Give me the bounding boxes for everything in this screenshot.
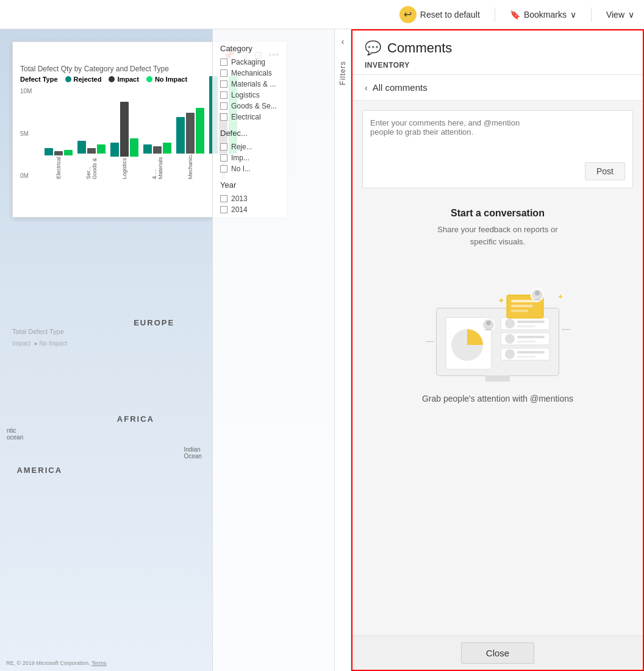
filter-mechanicals[interactable]: Mechanicals bbox=[220, 69, 327, 77]
post-button[interactable]: Post bbox=[585, 162, 625, 180]
bar-goods-rejected bbox=[77, 141, 86, 154]
filter-logistics[interactable]: Logistics bbox=[220, 91, 327, 99]
svg-rect-21 bbox=[511, 310, 528, 312]
svg-text:✦: ✦ bbox=[557, 293, 564, 301]
comments-title-row: 💬 Comments bbox=[365, 40, 631, 56]
comment-input[interactable] bbox=[370, 118, 625, 155]
view-label: View bbox=[606, 10, 624, 20]
collapse-button[interactable]: ‹ bbox=[342, 37, 345, 46]
svg-point-7 bbox=[505, 319, 515, 328]
comment-input-footer: Post bbox=[370, 162, 625, 180]
filter-goods[interactable]: Goods & Se... bbox=[220, 102, 327, 110]
svg-rect-20 bbox=[511, 305, 533, 307]
x-label-materials: Materials & ... bbox=[151, 155, 163, 179]
toolbar: ↩ Reset to default 🔖 Bookmarks ∨ View ∨ bbox=[0, 0, 644, 29]
svg-point-23 bbox=[535, 291, 540, 296]
svg-rect-17 bbox=[517, 356, 535, 358]
filter-2014[interactable]: 2014 bbox=[220, 205, 327, 214]
view-button[interactable]: View ∨ bbox=[606, 10, 634, 20]
bar-groups: Electrical Goods & Ser... bbox=[45, 88, 237, 179]
x-label-electrical: Electrical bbox=[55, 157, 62, 179]
checkbox-2014[interactable] bbox=[220, 206, 227, 213]
y-axis: 10M 5M 0M bbox=[20, 88, 32, 179]
reset-to-default-button[interactable]: ↩ Reset to default bbox=[399, 6, 480, 23]
filter-impact[interactable]: Imp... bbox=[220, 154, 327, 162]
svg-rect-16 bbox=[517, 351, 545, 353]
conversation-section: Start a conversation Share your feedback… bbox=[362, 196, 633, 626]
comments-icon: 💬 bbox=[365, 40, 381, 56]
filter-rejected[interactable]: Reje... bbox=[220, 143, 327, 151]
toolbar-separator bbox=[495, 7, 495, 22]
bar-mechanicals-noimpact bbox=[196, 108, 204, 154]
bookmark-icon: 🔖 bbox=[510, 10, 520, 20]
africa-label: AFRICA bbox=[117, 414, 154, 424]
checkbox-rejected[interactable] bbox=[220, 143, 227, 151]
checkbox-2013[interactable] bbox=[220, 195, 227, 202]
bar-goods-noimpact bbox=[97, 144, 106, 154]
x-label-mechanicals: Mechanicals bbox=[187, 155, 193, 179]
toolbar-separator2 bbox=[591, 7, 592, 22]
america-label: AMERICA bbox=[16, 466, 62, 475]
bar-electrical-noimpact bbox=[64, 150, 73, 155]
filter-no-impact[interactable]: No I... bbox=[220, 165, 327, 173]
comment-input-area: Post bbox=[362, 110, 633, 188]
indian-ocean-label: IndianOcean bbox=[184, 446, 201, 460]
checkbox-electrical[interactable] bbox=[220, 113, 227, 121]
svg-rect-8 bbox=[517, 321, 545, 323]
svg-point-15 bbox=[505, 349, 515, 359]
reset-label: Reset to default bbox=[420, 10, 480, 20]
svg-point-25 bbox=[486, 321, 491, 325]
attention-text: Grab people's attention with @mentions bbox=[422, 394, 573, 403]
bar-materials-noimpact bbox=[163, 143, 171, 154]
x-label-logistics: Logistics bbox=[121, 158, 127, 179]
checkbox-materials[interactable] bbox=[220, 80, 227, 88]
bg-legend: Impact ● No Impact bbox=[12, 340, 67, 347]
svg-rect-2 bbox=[485, 375, 510, 382]
all-comments-label: All comments bbox=[373, 82, 428, 93]
checkbox-goods[interactable] bbox=[220, 102, 227, 110]
bookmarks-label: Bookmarks bbox=[524, 10, 567, 20]
bar-electrical-impact bbox=[54, 151, 63, 156]
bar-mechanicals-rejected bbox=[176, 117, 185, 154]
all-comments-row[interactable]: ‹ All comments bbox=[352, 75, 643, 101]
copyright: RE, © 2019 Microsoft Corporation. Terms bbox=[6, 660, 107, 666]
europe-label: EUROPE bbox=[134, 318, 174, 327]
bar-group-logistics: Logistics bbox=[110, 65, 138, 179]
comments-body: Post Start a conversation Share your fee… bbox=[352, 101, 643, 636]
defect-filter-title: Defec... bbox=[220, 129, 327, 138]
atlantic-ocean-label: nticocean bbox=[7, 427, 23, 441]
comments-header: 💬 Comments INVENTORY bbox=[352, 30, 643, 75]
bar-electrical-rejected bbox=[45, 148, 53, 155]
checkbox-packaging[interactable] bbox=[220, 59, 227, 66]
close-button[interactable]: Close bbox=[461, 642, 534, 664]
filter-packaging[interactable]: Packaging bbox=[220, 58, 327, 66]
filter-electrical[interactable]: Electrical bbox=[220, 113, 327, 121]
comments-subtitle: INVENTORY bbox=[365, 61, 631, 69]
filter-2013[interactable]: 2013 bbox=[220, 194, 327, 203]
bar-group-goods: Goods & Ser... bbox=[77, 62, 106, 179]
filters-panel: Category Packaging Mechanicals Materials… bbox=[212, 29, 334, 671]
bar-mechanicals-impact bbox=[186, 113, 195, 154]
bar-logistics-impact bbox=[120, 102, 129, 157]
checkbox-logistics[interactable] bbox=[220, 91, 227, 99]
left-panel: EUROPE AFRICA AMERICA nticocean IndianOc… bbox=[0, 29, 334, 671]
checkbox-mechanicals[interactable] bbox=[220, 69, 227, 77]
checkbox-no-impact[interactable] bbox=[220, 165, 227, 172]
filter-materials[interactable]: Materials & ... bbox=[220, 80, 327, 88]
filters-sidebar: ‹ Filters bbox=[334, 29, 351, 671]
svg-point-11 bbox=[505, 334, 515, 344]
year-filter-title: Year bbox=[220, 180, 327, 190]
bookmarks-chevron-icon: ∨ bbox=[570, 10, 576, 20]
bg-defect-type: Total Defect Type bbox=[12, 328, 64, 335]
view-chevron-icon: ∨ bbox=[628, 10, 634, 20]
bar-logistics-noimpact bbox=[130, 138, 138, 157]
bar-materials-rejected bbox=[143, 144, 152, 154]
bookmarks-button[interactable]: 🔖 Bookmarks ∨ bbox=[510, 10, 576, 20]
bar-logistics-rejected bbox=[110, 143, 119, 157]
comments-panel: 💬 Comments INVENTORY ‹ All comments Post… bbox=[351, 29, 644, 671]
svg-text:—: — bbox=[562, 324, 570, 333]
terms-link[interactable]: Terms bbox=[91, 660, 107, 666]
conversation-title: Start a conversation bbox=[451, 208, 545, 219]
bar-materials-impact bbox=[153, 146, 162, 154]
checkbox-impact[interactable] bbox=[220, 154, 227, 162]
